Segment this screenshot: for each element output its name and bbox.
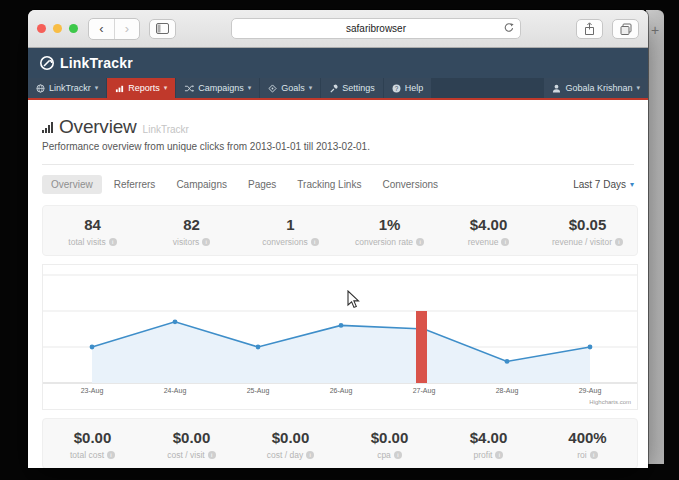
info-icon[interactable]: i	[501, 238, 509, 246]
info-icon[interactable]: i	[394, 451, 402, 459]
caret-down-icon: ▾	[95, 84, 99, 92]
nav-item-reports[interactable]: Reports ▾	[107, 78, 175, 98]
stat-value: $4.00	[439, 428, 538, 447]
main-nav: LinkTrackr ▾ Reports ▾ Camp	[28, 78, 648, 100]
info-icon[interactable]: i	[202, 238, 210, 246]
stat-value: 84	[43, 215, 142, 234]
user-name: Gobala Krishnan	[565, 83, 632, 93]
stat-label: revenue / visitor	[552, 237, 612, 247]
safari-window: ‹ › safaribrowser	[28, 10, 648, 468]
info-icon[interactable]: i	[416, 238, 424, 246]
back-button[interactable]: ‹	[89, 19, 114, 39]
report-tabs: Overview Referrers Campaigns Pages Track…	[28, 165, 648, 202]
caret-down-icon: ▾	[248, 84, 252, 92]
stat-cpa: $0.00 cpai	[340, 428, 439, 460]
globe-icon	[36, 84, 45, 93]
stat-total-cost: $0.00 total costi	[43, 428, 142, 460]
x-axis-label: 29-Aug	[579, 387, 602, 395]
forward-button[interactable]: ›	[114, 19, 139, 39]
tabs-overview-icon	[620, 23, 632, 35]
url-text: safaribrowser	[346, 23, 406, 34]
tab-pages[interactable]: Pages	[239, 175, 285, 194]
address-bar[interactable]: safaribrowser	[231, 18, 521, 39]
info-icon[interactable]: i	[495, 451, 503, 459]
conversion-bar	[416, 311, 427, 383]
nav-label: Campaigns	[198, 83, 244, 93]
x-axis-label: 28-Aug	[496, 387, 519, 395]
stat-label: cpa	[377, 450, 391, 460]
nav-label: Help	[405, 83, 424, 93]
nav-item-linktrackr[interactable]: LinkTrackr ▾	[28, 78, 106, 98]
stat-cost-day: $0.00 cost / dayi	[241, 428, 340, 460]
logo-text[interactable]: LinkTrackr	[60, 55, 133, 71]
data-point	[588, 345, 593, 350]
user-icon	[552, 84, 561, 93]
x-axis-label: 24-Aug	[164, 387, 187, 395]
info-icon[interactable]: i	[109, 238, 117, 246]
page-content: Overview LinkTrackr Performance overview…	[28, 100, 648, 468]
wrench-icon	[329, 84, 338, 93]
highcharts-credit[interactable]: Highcharts.com	[589, 399, 631, 405]
x-axis-label: 25-Aug	[247, 387, 270, 395]
data-point	[173, 319, 178, 324]
data-point	[339, 323, 344, 328]
tab-overview[interactable]: Overview	[42, 175, 102, 194]
new-tab-plus-button[interactable]: +	[646, 22, 664, 38]
nav-item-settings[interactable]: Settings	[321, 78, 383, 98]
help-icon: ?	[392, 84, 401, 93]
close-window-button[interactable]	[37, 24, 46, 33]
share-button[interactable]	[576, 19, 603, 39]
visits-chart[interactable]: 23-Aug24-Aug25-Aug26-Aug27-Aug28-Aug29-A…	[42, 264, 638, 410]
linktrackr-logo-icon[interactable]	[39, 55, 55, 71]
nav-label: Settings	[342, 83, 375, 93]
tab-campaigns[interactable]: Campaigns	[167, 175, 236, 194]
caret-down-icon: ▾	[164, 84, 168, 92]
reload-button[interactable]	[503, 22, 515, 36]
info-icon[interactable]: i	[615, 238, 623, 246]
stat-label: roi	[577, 450, 586, 460]
zoom-window-button[interactable]	[69, 24, 78, 33]
bar-chart-icon	[115, 84, 124, 93]
stats-panel-top: 84 total visitsi 82 visitorsi 1 conversi…	[42, 205, 638, 256]
stat-value: $4.00	[439, 215, 538, 234]
info-icon[interactable]: i	[107, 451, 115, 459]
mouse-cursor	[347, 290, 361, 310]
stat-value: 82	[142, 215, 241, 234]
stat-conversion-rate: 1% conversion ratei	[340, 215, 439, 247]
area-fill	[92, 322, 590, 383]
stat-visitors: 82 visitorsi	[142, 215, 241, 247]
page-title-suffix: LinkTrackr	[143, 124, 189, 135]
tab-tracking-links[interactable]: Tracking Links	[288, 175, 370, 194]
nav-item-campaigns[interactable]: Campaigns ▾	[176, 78, 259, 98]
stat-label: total visits	[68, 237, 105, 247]
info-icon[interactable]: i	[306, 451, 314, 459]
site-header: LinkTrackr	[28, 48, 648, 78]
nav-label: Reports	[128, 83, 160, 93]
info-icon[interactable]: i	[590, 451, 598, 459]
stat-value: $0.00	[142, 428, 241, 447]
stat-revenue-visitor: $0.05 revenue / visitori	[538, 215, 637, 247]
stat-profit: $4.00 profiti	[439, 428, 538, 460]
info-icon[interactable]: i	[208, 451, 216, 459]
x-axis-label: 23-Aug	[81, 387, 104, 395]
user-menu[interactable]: Gobala Krishnan ▾	[544, 78, 648, 98]
minimize-window-button[interactable]	[53, 24, 62, 33]
tab-referrers[interactable]: Referrers	[105, 175, 165, 194]
stat-conversions: 1 conversionsi	[241, 215, 340, 247]
tab-conversions[interactable]: Conversions	[373, 175, 447, 194]
stat-value: $0.05	[538, 215, 637, 234]
nav-item-help[interactable]: ? Help	[384, 78, 432, 98]
show-all-tabs-button[interactable]	[612, 19, 639, 39]
area-chart[interactable]: 23-Aug24-Aug25-Aug26-Aug27-Aug28-Aug29-A…	[43, 265, 637, 411]
sidebar-toggle-button[interactable]	[149, 19, 176, 39]
stat-value: $0.00	[340, 428, 439, 447]
stat-value: 1%	[340, 215, 439, 234]
stat-label: conversion rate	[355, 237, 413, 247]
info-icon[interactable]: i	[311, 238, 319, 246]
history-nav-group: ‹ ›	[88, 18, 140, 40]
x-axis-label: 26-Aug	[330, 387, 353, 395]
goal-icon	[268, 84, 277, 93]
date-range-dropdown[interactable]: Last 7 Days ▾	[573, 179, 634, 190]
nav-item-goals[interactable]: Goals ▾	[260, 78, 320, 98]
page-title: Overview	[59, 116, 137, 138]
